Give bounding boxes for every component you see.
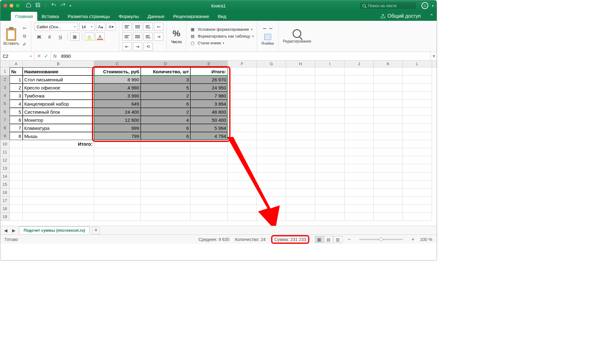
cell[interactable]: [344, 132, 374, 140]
cell[interactable]: [190, 205, 228, 213]
cell[interactable]: [286, 132, 315, 140]
cell[interactable]: [374, 172, 403, 180]
qat-customize-icon[interactable]: ▾: [70, 4, 71, 7]
cell[interactable]: [257, 132, 286, 140]
cell[interactable]: [403, 213, 432, 221]
cell-header-qty[interactable]: Количество, шт: [141, 67, 190, 75]
column-header-C[interactable]: C: [94, 61, 141, 67]
tab-data[interactable]: Данные: [143, 12, 169, 21]
cell[interactable]: [228, 92, 257, 100]
percent-icon[interactable]: %: [173, 29, 180, 39]
cell[interactable]: [286, 205, 315, 213]
row-header-4[interactable]: 4: [0, 92, 10, 100]
cell[interactable]: [10, 140, 23, 148]
cell[interactable]: [23, 172, 94, 180]
cell[interactable]: [315, 124, 344, 132]
cell-header-name[interactable]: Наименование: [23, 67, 94, 75]
font-color-button[interactable]: A: [95, 33, 105, 41]
cell[interactable]: [344, 197, 374, 205]
cell[interactable]: [10, 164, 23, 172]
cell[interactable]: [286, 148, 315, 156]
cell[interactable]: [190, 197, 228, 205]
cell[interactable]: [315, 116, 344, 124]
cell[interactable]: [344, 108, 374, 116]
cells-icon[interactable]: [264, 34, 271, 40]
cell-footer-label[interactable]: Итого:: [23, 140, 94, 148]
cell-cost[interactable]: 649: [94, 100, 141, 108]
sheet-nav-next-icon[interactable]: ▶: [11, 228, 16, 233]
increase-font-icon[interactable]: A▴: [96, 23, 105, 31]
cell[interactable]: [94, 197, 141, 205]
cell-header-total[interactable]: Итого:: [190, 67, 228, 75]
cell[interactable]: [190, 148, 228, 156]
cell-qty[interactable]: 6: [141, 100, 190, 108]
sheet-tab-active[interactable]: Подсчет суммы (microexcel.ru): [19, 226, 90, 234]
cell[interactable]: [94, 164, 141, 172]
cell[interactable]: [257, 172, 286, 180]
font-name-combo[interactable]: Calibri (Осн...▾: [34, 23, 78, 31]
row-header-2[interactable]: 2: [0, 75, 10, 84]
cell[interactable]: [286, 156, 315, 164]
cell[interactable]: [403, 164, 432, 172]
cell[interactable]: [344, 189, 374, 197]
cell[interactable]: [10, 189, 23, 197]
select-all-corner[interactable]: [0, 61, 10, 67]
share-button[interactable]: Общий доступ: [377, 11, 424, 21]
underline-button[interactable]: Ч: [56, 33, 65, 41]
cell[interactable]: [190, 213, 228, 221]
tab-page-layout[interactable]: Разметка страницы: [63, 12, 114, 21]
row-header-1[interactable]: 1: [0, 67, 10, 75]
font-size-combo[interactable]: 14▾: [79, 23, 95, 31]
cell[interactable]: [257, 156, 286, 164]
cell[interactable]: [315, 189, 344, 197]
cell[interactable]: [141, 205, 190, 213]
cell[interactable]: [286, 172, 315, 180]
cell-qty[interactable]: 4: [141, 116, 190, 124]
cell[interactable]: [94, 156, 141, 164]
cell[interactable]: [228, 116, 257, 124]
cell-total[interactable]: 4 794: [190, 132, 228, 140]
collapse-ribbon-icon[interactable]: ⌃: [426, 11, 437, 21]
cell-total[interactable]: 5 994: [190, 124, 228, 132]
cell[interactable]: [257, 100, 286, 108]
cell[interactable]: [228, 75, 257, 84]
cell[interactable]: [257, 92, 286, 100]
zoom-in-button[interactable]: +: [412, 237, 414, 242]
cell[interactable]: [190, 172, 228, 180]
redo-icon[interactable]: [60, 2, 66, 9]
cell[interactable]: [403, 205, 432, 213]
cell[interactable]: [315, 148, 344, 156]
add-sheet-button[interactable]: +: [92, 227, 100, 234]
cell-total[interactable]: 7 980: [190, 92, 228, 100]
cell[interactable]: [344, 84, 374, 92]
cell[interactable]: [374, 156, 403, 164]
cell[interactable]: [286, 108, 315, 116]
cell[interactable]: [286, 84, 315, 92]
row-header-10[interactable]: 10: [0, 140, 10, 148]
cell[interactable]: [315, 180, 344, 189]
cell[interactable]: [23, 164, 94, 172]
row-header-7[interactable]: 7: [0, 116, 10, 124]
bold-button[interactable]: Ж: [34, 33, 44, 41]
cell-no[interactable]: 6: [10, 116, 23, 124]
cell[interactable]: [228, 108, 257, 116]
cell-name[interactable]: Канцелярский набор: [23, 100, 94, 108]
cell[interactable]: [23, 180, 94, 189]
cell-header-no[interactable]: №: [10, 67, 23, 75]
cell[interactable]: [141, 164, 190, 172]
cell[interactable]: [10, 205, 23, 213]
cells-area[interactable]: №НаименованиеСтоимость, рубКоличество, ш…: [10, 67, 437, 221]
cell-total[interactable]: 3 894: [190, 100, 228, 108]
cell[interactable]: [315, 84, 344, 92]
feedback-caret-icon[interactable]: ▾: [432, 4, 434, 7]
cell[interactable]: [94, 205, 141, 213]
home-icon[interactable]: [26, 2, 31, 9]
cell[interactable]: [228, 164, 257, 172]
cell[interactable]: [344, 180, 374, 189]
cell-name[interactable]: Кресло офисное: [23, 84, 94, 92]
cell[interactable]: [344, 148, 374, 156]
cell[interactable]: [374, 100, 403, 108]
cell[interactable]: [374, 108, 403, 116]
cell[interactable]: [94, 180, 141, 189]
cell[interactable]: [94, 140, 141, 148]
